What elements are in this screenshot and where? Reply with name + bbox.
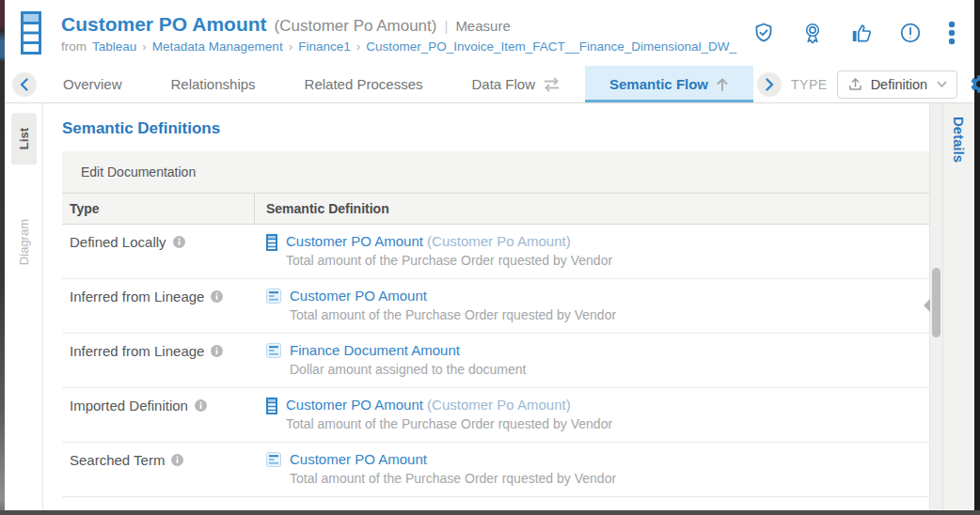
asset-header: Customer PO Amount (Customer Po Amount) … xyxy=(5,0,974,66)
details-tab[interactable]: Details xyxy=(951,117,967,163)
definition-description: Dollar amount assigned to the document xyxy=(290,361,526,379)
term-icon xyxy=(266,452,281,467)
definition-description: Total amount of the Purchase Order rques… xyxy=(286,252,612,270)
breadcrumb-separator: › xyxy=(356,39,361,54)
term-icon xyxy=(266,343,281,358)
view-switcher-rail: List Diagram xyxy=(5,103,43,510)
table-row: Defined Locally Customer PO Amount (Cust… xyxy=(62,225,929,279)
tab-related-processes[interactable]: Related Processes xyxy=(280,66,448,102)
definition-description: Total amount of the Purchase Order rques… xyxy=(290,470,616,488)
row-type-label: Inferred from Lineage xyxy=(70,343,204,359)
row-type-label: Imported Definition xyxy=(70,398,188,414)
definition-alias: (Customer Po Amount) xyxy=(427,233,571,249)
table-row: Inferred from Lineage Finance Document A… xyxy=(62,334,929,388)
app-window: Customer PO Amount (Customer Po Amount) … xyxy=(5,0,974,510)
breadcrumb-prefix: from xyxy=(61,39,87,54)
table-row: Searched Term Customer PO Amount T xyxy=(62,443,929,497)
info-icon[interactable] xyxy=(195,399,207,412)
title-divider: | xyxy=(444,18,448,34)
edit-documentation-label: Edit Documentation xyxy=(81,164,196,179)
swap-arrows-icon xyxy=(543,77,561,92)
definition-alias: (Customer Po Amount) xyxy=(427,397,571,413)
definition-link[interactable]: Customer PO Amount xyxy=(290,451,427,467)
shield-check-icon[interactable] xyxy=(751,20,777,46)
arrow-up-icon xyxy=(716,77,729,92)
tab-label: Related Processes xyxy=(305,76,423,92)
definition-dropdown-value: Definition xyxy=(871,77,927,92)
details-rail: Details xyxy=(942,103,974,510)
tab-data-flow[interactable]: Data Flow xyxy=(447,66,585,102)
kebab-menu-icon[interactable] xyxy=(946,19,957,47)
column-icon xyxy=(266,234,277,251)
breadcrumb-item-table[interactable]: Customer_PO_Invoice_Item_FACT__Finance_D… xyxy=(366,39,736,54)
column-icon xyxy=(21,11,41,55)
info-icon[interactable] xyxy=(171,454,183,466)
breadcrumb-item-metadata-management[interactable]: Metadata Management xyxy=(152,39,283,54)
breadcrumb-item-finance1[interactable]: Finance1 xyxy=(298,39,351,54)
background-window-edge-bottom xyxy=(0,510,980,515)
publish-icon xyxy=(847,76,863,92)
breadcrumb: from Tableau › Metadata Management › Fin… xyxy=(61,39,743,54)
tab-semantic-flow[interactable]: Semantic Flow xyxy=(585,66,753,102)
definition-dropdown[interactable]: Definition xyxy=(837,70,957,99)
column-header-type: Type xyxy=(62,194,255,224)
asset-type-label: Measure xyxy=(455,18,510,34)
definition-link[interactable]: Customer PO Amount xyxy=(286,397,423,413)
edit-documentation-button[interactable]: Edit Documentation xyxy=(62,151,929,193)
tab-bar-right-cluster: TYPE Definition xyxy=(753,66,980,102)
table-header: Type Semantic Definition xyxy=(62,193,929,225)
gear-icon[interactable] xyxy=(969,73,980,95)
page-title-alias: (Customer Po Amount) xyxy=(275,17,437,36)
vertical-scrollbar[interactable] xyxy=(929,103,942,510)
tab-relationships[interactable]: Relationships xyxy=(147,66,280,102)
table-row: Inferred from Lineage Customer PO Amount xyxy=(62,279,929,334)
row-type-label: Defined Locally xyxy=(70,234,166,250)
alert-circle-icon[interactable] xyxy=(897,20,924,46)
tab-bar: Overview Relationships Related Processes… xyxy=(5,66,974,103)
tab-label: Data Flow xyxy=(471,76,535,92)
info-icon[interactable] xyxy=(211,290,223,303)
tab-overview[interactable]: Overview xyxy=(39,66,147,102)
definition-link[interactable]: Customer PO Amount xyxy=(290,288,427,304)
content-body: List Diagram Semantic Definitions Edit D… xyxy=(5,103,974,510)
info-icon[interactable] xyxy=(211,345,223,357)
table-row: Imported Definition Customer PO Amount (… xyxy=(62,388,929,443)
term-icon xyxy=(266,289,281,304)
chevron-down-icon xyxy=(937,81,947,88)
panel-collapse-arrow-icon[interactable] xyxy=(924,299,930,312)
header-actions xyxy=(743,13,965,53)
section-heading: Semantic Definitions xyxy=(62,119,929,138)
tab-label: Relationships xyxy=(171,76,256,92)
chevron-right-icon[interactable] xyxy=(757,72,782,97)
chevron-left-icon[interactable] xyxy=(12,72,37,97)
definition-description: Total amount of the Purchase Order rques… xyxy=(286,415,612,433)
breadcrumb-item-tableau[interactable]: Tableau xyxy=(92,39,136,54)
award-ribbon-icon[interactable] xyxy=(799,20,826,46)
breadcrumb-separator: › xyxy=(142,39,147,54)
header-text: Customer PO Amount (Customer Po Amount) … xyxy=(61,13,743,54)
column-icon xyxy=(266,398,277,414)
semantic-definitions-panel: Semantic Definitions Edit Documentation … xyxy=(43,103,929,510)
view-tab-list[interactable]: List xyxy=(11,113,37,164)
info-icon[interactable] xyxy=(173,236,185,248)
definition-link[interactable]: Customer PO Amount xyxy=(286,233,423,249)
definition-description: Total amount of the Purchase Order rques… xyxy=(290,306,616,324)
scrollbar-thumb[interactable] xyxy=(932,268,940,337)
tab-label: Overview xyxy=(63,76,122,92)
tab-label: Semantic Flow xyxy=(609,76,708,92)
page-title: Customer PO Amount xyxy=(61,13,267,36)
row-type-label: Searched Term xyxy=(70,452,165,468)
definition-link[interactable]: Finance Document Amount xyxy=(290,342,460,358)
row-type-label: Inferred from Lineage xyxy=(70,289,204,304)
view-tab-diagram[interactable]: Diagram xyxy=(11,215,37,269)
breadcrumb-separator: › xyxy=(289,39,293,54)
thumbs-up-icon[interactable] xyxy=(848,20,875,46)
column-header-semantic-definition: Semantic Definition xyxy=(255,201,929,216)
type-label: TYPE xyxy=(791,77,828,92)
